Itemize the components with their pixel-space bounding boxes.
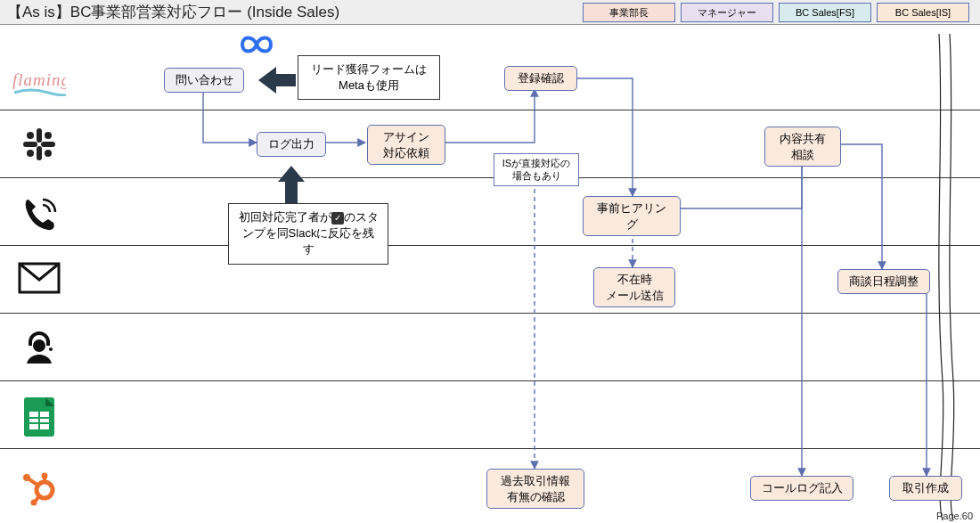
node-assign: アサイン 対応依頼 — [367, 125, 445, 165]
svg-rect-4 — [41, 142, 55, 147]
legend-item-3: BC Sales[FS] — [779, 3, 871, 22]
svg-point-19 — [42, 473, 48, 479]
node-reg-confirm: 登録確認 — [504, 66, 577, 91]
agent-icon — [12, 328, 66, 367]
phone-icon — [12, 194, 66, 233]
node-log-out: ログ出力 — [257, 132, 326, 157]
svg-point-8 — [45, 150, 52, 157]
swimlanes: flamingo — [0, 25, 980, 523]
svg-line-24 — [36, 496, 39, 501]
note-meta: リード獲得フォームはMetaも使用 — [298, 55, 440, 100]
flamingo-logo: flamingo — [12, 68, 66, 96]
note-slack-stamp: 初回対応完了者が✓のスタンプを同Slackに反応を残す — [228, 203, 388, 265]
node-pre-hearing: 事前ヒアリング — [583, 196, 681, 236]
svg-point-7 — [27, 150, 34, 157]
svg-rect-3 — [23, 142, 37, 147]
page-title: 【As is】BC事業部営業対応フロー (Inside Sales) — [7, 2, 339, 22]
legend-item-2: マネージャー — [681, 3, 773, 22]
svg-rect-2 — [37, 146, 42, 160]
lane-email — [0, 246, 980, 314]
sheets-icon — [12, 396, 66, 438]
lane-agent — [0, 314, 980, 381]
email-icon — [12, 262, 66, 294]
svg-point-11 — [49, 347, 53, 351]
note-is-direct: ISが直接対応の場合もあり — [494, 153, 579, 186]
lane-sheets — [0, 381, 980, 449]
lane-flamingo — [0, 25, 980, 110]
svg-line-23 — [29, 479, 38, 486]
node-past-deal: 過去取引情報 有無の確認 — [486, 469, 584, 509]
svg-rect-1 — [37, 128, 42, 143]
svg-text:flamingo: flamingo — [12, 70, 66, 89]
page-number: Page.60 — [936, 511, 973, 521]
legend-item-4: BC Sales[IS] — [877, 3, 969, 22]
node-schedule: 商談日程調整 — [837, 269, 930, 294]
node-call-log: コールログ記入 — [750, 476, 853, 501]
svg-point-6 — [45, 132, 52, 139]
node-inquiry: 問い合わせ — [164, 68, 244, 93]
node-absent-mail: 不在時 メール送信 — [593, 267, 675, 307]
legend: 事業部長 マネージャー BC Sales[FS] BC Sales[IS] — [583, 3, 969, 22]
node-share: 内容共有 相談 — [764, 127, 841, 167]
svg-point-10 — [33, 339, 45, 352]
hubspot-icon — [12, 469, 66, 508]
svg-point-5 — [27, 132, 34, 139]
node-deal-create: 取引作成 — [889, 476, 962, 501]
lane-phone — [0, 178, 980, 246]
legend-item-1: 事業部長 — [583, 3, 675, 22]
slack-icon — [12, 125, 66, 164]
